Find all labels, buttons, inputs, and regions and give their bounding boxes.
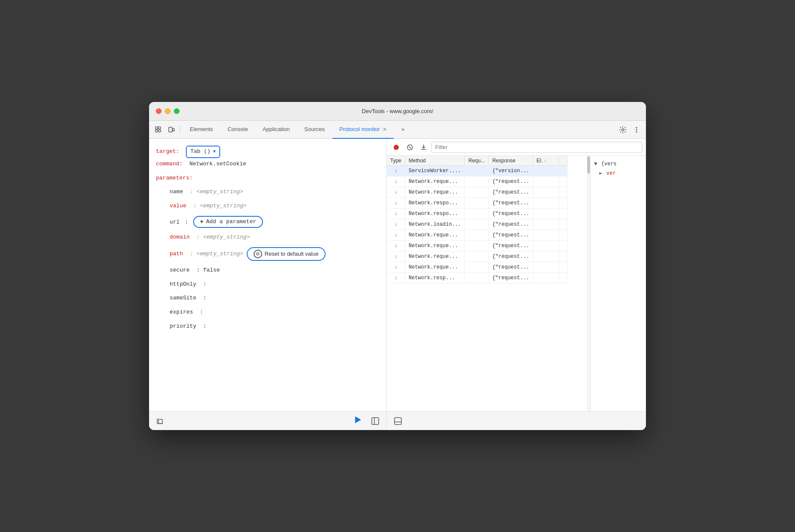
command-colon: [184, 160, 188, 169]
param-samesite-line: sameSite :: [156, 294, 380, 303]
cell-response: {"request...: [489, 273, 533, 284]
table-row[interactable]: ↓ Network.resp... {"request...: [387, 273, 567, 284]
cell-response: {"request...: [489, 198, 533, 209]
download-button[interactable]: [418, 141, 430, 153]
close-button[interactable]: [156, 108, 161, 114]
copy-icon[interactable]: [154, 415, 166, 427]
device-icon[interactable]: [165, 124, 177, 136]
collapse-arrow-icon[interactable]: ►: [599, 169, 602, 178]
table-row[interactable]: ↓ Network.loadin... {"request...: [387, 219, 567, 230]
reset-to-default-button[interactable]: ⊘ Reset to default value: [247, 247, 326, 261]
json-line-2: ► ver: [594, 169, 643, 178]
cell-extra: [559, 251, 567, 262]
cell-extra: [559, 166, 567, 176]
param-samesite-key: sameSite: [170, 294, 196, 303]
svg-rect-3: [158, 130, 161, 132]
table-row[interactable]: ↓ Network.reque... {"request...: [387, 187, 567, 198]
table-row[interactable]: ↓ Network.reque... {"request...: [387, 262, 567, 273]
filter-input[interactable]: [431, 142, 643, 153]
cell-method: Network.respo...: [405, 209, 465, 219]
param-path-line: path : <empty_string> ⊘ Reset to default…: [156, 247, 380, 261]
cell-response: {"request...: [489, 251, 533, 262]
table-row[interactable]: ↓ Network.reque... {"request...: [387, 251, 567, 262]
cell-type: ↓: [387, 198, 405, 209]
table-header-row: Type Method Requ... Response El. ↑: [387, 156, 567, 166]
col-type: Type: [387, 156, 405, 166]
cell-response: {"request...: [489, 187, 533, 198]
cell-extra: [559, 198, 567, 209]
table-row[interactable]: ↓ Network.reque... {"request...: [387, 230, 567, 241]
table-row[interactable]: ↓ Network.reque... {"request...: [387, 176, 567, 187]
cell-el: [533, 262, 559, 273]
scrollbar-track[interactable]: [587, 156, 590, 411]
dock-icon[interactable]: [392, 415, 404, 427]
cell-type: ↓: [387, 176, 405, 187]
cell-el: [533, 187, 559, 198]
svg-point-8: [636, 129, 637, 130]
cell-method: Network.reque...: [405, 241, 465, 251]
inspect-icon[interactable]: [152, 124, 164, 136]
cell-extra: [559, 230, 567, 241]
command-line: command: Network.setCookie: [156, 160, 380, 169]
param-value-line: value : <empty_string>: [156, 202, 380, 211]
tab-elements[interactable]: Elements: [183, 121, 220, 139]
cell-request: [465, 251, 489, 262]
table-row[interactable]: ↓ Network.reque... {"request...: [387, 241, 567, 251]
param-name-line: name : <empty_string>: [156, 188, 380, 197]
table-row[interactable]: ↓ ServiceWorker.... {"version...: [387, 166, 567, 176]
tab-application-label: Application: [263, 126, 290, 132]
tab-application[interactable]: Application: [256, 121, 297, 139]
json-content: ▼ {vers ► ver: [594, 159, 643, 178]
minimize-button[interactable]: [165, 108, 170, 114]
param-name-value: : <empty_string>: [190, 188, 243, 197]
settings-icon[interactable]: [617, 124, 629, 136]
tab-sources-label: Sources: [305, 126, 325, 132]
tab-sources[interactable]: Sources: [298, 121, 332, 139]
target-dropdown[interactable]: Tab () ▼: [186, 146, 220, 158]
reset-label: Reset to default value: [265, 251, 319, 257]
cell-request: [465, 273, 489, 284]
tab-console[interactable]: Console: [221, 121, 255, 139]
add-parameter-button[interactable]: + Add a parameter: [193, 216, 263, 228]
table-scroll[interactable]: Type Method Requ... Response El. ↑ ↓ Ser…: [387, 156, 587, 411]
param-expires-key: expires: [170, 308, 193, 317]
table-row[interactable]: ↓ Network.respo... {"request...: [387, 198, 567, 209]
window-title: DevTools - www.google.com/: [362, 108, 433, 114]
parameters-line: parameters:: [156, 174, 380, 183]
protocol-table: Type Method Requ... Response El. ↑ ↓ Ser…: [387, 156, 568, 284]
cell-method: ServiceWorker....: [405, 166, 465, 176]
traffic-lights: [156, 108, 179, 114]
tab-protocol-monitor[interactable]: Protocol monitor ✕: [332, 121, 394, 139]
param-domain-value: : <empty_string>: [197, 233, 250, 242]
cell-method: Network.resp...: [405, 273, 465, 284]
expand-arrow-icon[interactable]: ▼: [594, 159, 597, 169]
param-url-line: url : + Add a parameter: [156, 216, 380, 228]
svg-rect-17: [395, 418, 401, 424]
cell-response: {"request...: [489, 262, 533, 273]
run-button[interactable]: [353, 415, 362, 427]
maximize-button[interactable]: [174, 108, 179, 114]
cell-method: Network.reque...: [405, 251, 465, 262]
cell-request: [465, 187, 489, 198]
cell-response: {"request...: [489, 176, 533, 187]
tab-elements-label: Elements: [190, 126, 213, 132]
record-button[interactable]: [390, 141, 402, 153]
left-bottom-bar: [149, 411, 386, 430]
tab-more[interactable]: »: [395, 121, 411, 139]
cell-el: [533, 166, 559, 176]
param-httponly-key: httpOnly: [170, 280, 196, 289]
sidebar-toggle-icon[interactable]: [369, 415, 381, 427]
tab-close-icon[interactable]: ✕: [383, 126, 387, 132]
svg-point-14: [394, 145, 399, 150]
cell-extra: [559, 176, 567, 187]
main-content: target: Tab () ▼ command: Network.setCoo…: [149, 139, 646, 430]
cell-response: {"version...: [489, 166, 533, 176]
cell-response: {"request...: [489, 230, 533, 241]
param-httponly-value: :: [203, 280, 206, 289]
cell-response: {"request...: [489, 219, 533, 230]
table-row[interactable]: ↓ Network.respo... {"request...: [387, 209, 567, 219]
clear-button[interactable]: [404, 141, 416, 153]
title-bar: DevTools - www.google.com/: [149, 102, 646, 121]
param-value-value: : <empty_string>: [193, 202, 247, 211]
more-options-icon[interactable]: [631, 124, 643, 136]
